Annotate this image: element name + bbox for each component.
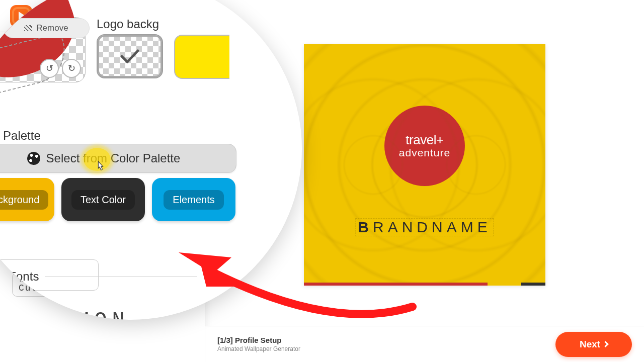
step-subtitle: Animated Wallpaper Generator [217, 345, 300, 352]
color-strip [304, 283, 545, 286]
select-palette-button[interactable]: Select from Color Palette [0, 144, 236, 173]
step-info: [1/3] Profile Setup Animated Wallpaper G… [217, 336, 300, 352]
remove-label-mag: Remove [36, 23, 68, 33]
next-label: Next [580, 339, 600, 350]
logo-bg-yellow-tile [174, 35, 229, 79]
brand-rest: RANDNAME [373, 219, 492, 235]
erase-icon [24, 25, 32, 31]
logo-line-2: adventure [399, 147, 450, 159]
rotate-ccw-icon[interactable]: ↺ [40, 59, 59, 78]
logo-bg-label: Logo backg [97, 17, 163, 31]
background-color-chip[interactable]: Background [0, 178, 54, 221]
logo-line-1: travel+ [406, 132, 443, 148]
color-palette-header: Color Palette [0, 129, 287, 143]
logo-circle: travel+ adventure [384, 106, 465, 186]
magnifier-overlay: Remove ture ↺ ↻ Logo backg Color Palette [0, 0, 302, 320]
logo-bg-transparent[interactable] [97, 34, 163, 78]
brand-b: B [358, 219, 373, 235]
canvas-preview[interactable]: travel+ adventure BRANDNAME [304, 44, 545, 286]
logo-bg-transparent-tile: Logo backg [97, 17, 163, 78]
select-palette-label: Select from Color Palette [46, 151, 181, 165]
logo-bg-yellow[interactable] [174, 35, 229, 79]
rotate-cw-icon[interactable]: ↻ [62, 59, 81, 78]
color-chips-row: Background Text Color Elements [0, 178, 235, 221]
choose-fonts-header: ose Fonts [0, 269, 197, 284]
chevron-right-icon [602, 341, 609, 347]
footer: [1/3] Profile Setup Animated Wallpaper G… [205, 326, 644, 362]
palette-icon [26, 151, 41, 166]
next-button[interactable]: Next [555, 332, 632, 357]
elements-color-chip[interactable]: Elements [152, 178, 235, 221]
color-palette-title: Color Palette [0, 129, 41, 143]
step-counter: [1/3] [217, 336, 233, 344]
text-color-chip[interactable]: Text Color [61, 178, 145, 221]
chip-label: Text Color [71, 190, 135, 210]
step-title: Profile Setup [235, 336, 282, 344]
brand-name-text[interactable]: BRANDNAME [355, 218, 494, 236]
chip-label: Background [0, 190, 48, 210]
check-icon [98, 35, 162, 77]
chip-label: Elements [164, 190, 223, 210]
